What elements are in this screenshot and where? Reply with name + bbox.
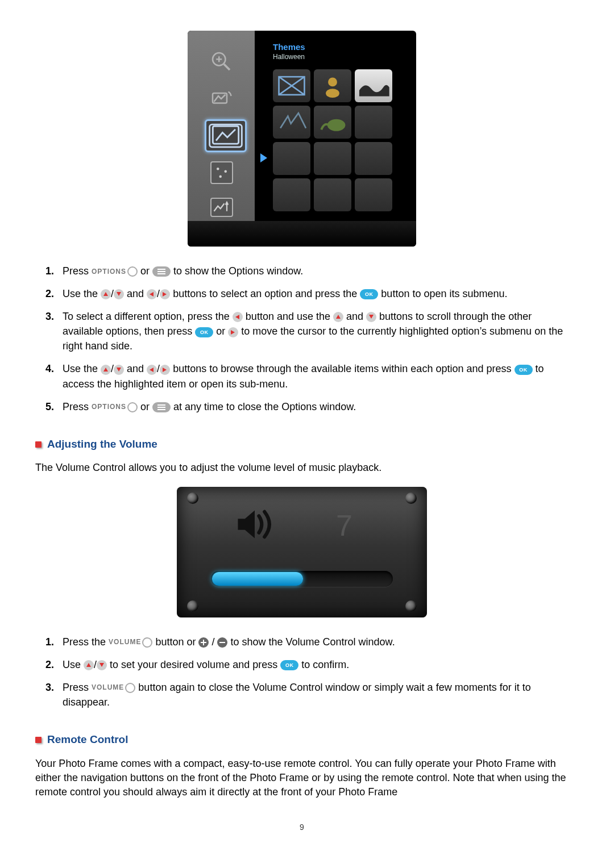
sparkle-icon	[210, 161, 233, 184]
theme-thumb	[273, 106, 310, 139]
right-button-icon	[228, 327, 238, 337]
transition-icon	[210, 198, 233, 217]
menu-button-icon	[152, 266, 171, 277]
speaker-icon	[234, 506, 276, 554]
svg-point-8	[225, 170, 227, 173]
step-item: Press OPTIONS or to show the Options win…	[57, 264, 569, 278]
left-button-icon	[233, 312, 243, 322]
theme-thumb	[355, 178, 392, 211]
step-item: Use / to set your desired volume and pre…	[57, 657, 569, 672]
right-button-icon	[160, 289, 170, 299]
volume-value: 7	[336, 505, 352, 546]
section-volume-heading: Adjusting the Volume	[35, 437, 569, 452]
theme-thumb	[273, 178, 310, 211]
button-ring-icon	[127, 266, 138, 277]
step-item: Use the / and / buttons to select an opt…	[57, 286, 569, 301]
theme-thumb	[273, 142, 310, 175]
theme-thumb	[355, 106, 392, 139]
theme-thumb	[273, 69, 310, 102]
section-title: Adjusting the Volume	[47, 437, 157, 452]
themes-title: Themes	[273, 41, 305, 53]
screw-icon	[405, 600, 417, 612]
svg-point-7	[217, 168, 219, 170]
step-item: Press OPTIONS or at any time to close th…	[57, 399, 569, 414]
themes-screenshot: Themes Halloween	[188, 31, 416, 247]
red-bullet-icon	[35, 441, 42, 448]
volume-plus-button-icon	[198, 637, 209, 648]
remote-paragraph: Your Photo Frame comes with a compact, e…	[35, 757, 569, 800]
down-button-icon	[114, 365, 124, 375]
menu-button-icon	[152, 402, 171, 412]
right-button-icon	[160, 365, 170, 375]
button-label: OPTIONS	[92, 267, 126, 277]
volume-minus-button-icon	[217, 637, 227, 648]
theme-thumb	[355, 69, 392, 102]
volume-fill	[212, 572, 303, 586]
ok-button-icon: OK	[360, 289, 378, 299]
svg-line-1	[224, 64, 230, 70]
screw-icon	[405, 493, 417, 504]
volume-intro: The Volume Control allows you to adjust …	[35, 461, 569, 475]
section-remote-heading: Remote Control	[35, 732, 569, 748]
theme-thumb	[314, 69, 351, 102]
options-steps: Press OPTIONS or to show the Options win…	[47, 264, 569, 414]
up-button-icon	[101, 365, 111, 375]
themes-sidebar	[188, 31, 255, 247]
step-item: Press the VOLUME button or / to show the…	[57, 635, 569, 649]
button-ring-icon	[125, 683, 135, 693]
theme-thumb	[314, 142, 351, 175]
svg-point-9	[219, 176, 222, 178]
screw-icon	[187, 493, 198, 504]
page-number: 9	[35, 822, 569, 833]
step-item: Use the / and / buttons to browse throug…	[57, 361, 569, 391]
ok-button-icon: OK	[280, 660, 298, 670]
volume-screenshot: 7	[177, 487, 427, 617]
themes-grid	[273, 69, 392, 211]
themes-subtitle: Halloween	[273, 52, 305, 62]
theme-thumb	[355, 142, 392, 175]
button-label: VOLUME	[92, 683, 124, 692]
volume-steps: Press the VOLUME button or / to show the…	[47, 635, 569, 710]
up-button-icon	[84, 660, 94, 670]
left-button-icon	[147, 365, 157, 375]
ok-button-icon: OK	[195, 327, 213, 337]
svg-point-14	[328, 77, 337, 86]
button-label: VOLUME	[109, 637, 141, 647]
down-button-icon	[366, 312, 376, 322]
up-button-icon	[333, 312, 343, 322]
left-button-icon	[147, 289, 157, 299]
section-title: Remote Control	[47, 732, 128, 748]
button-ring-icon	[142, 637, 152, 648]
theme-thumb	[314, 178, 351, 211]
down-button-icon	[97, 660, 107, 670]
screw-icon	[187, 600, 198, 612]
step-item: Press VOLUME button again to close the V…	[57, 680, 569, 710]
manual-page: Themes Halloween	[0, 0, 614, 856]
ok-button-icon: OK	[515, 365, 533, 375]
red-bullet-icon	[35, 737, 42, 743]
svg-point-16	[327, 119, 346, 131]
theme-thumb	[314, 106, 351, 139]
themes-icon	[205, 119, 247, 152]
button-ring-icon	[127, 402, 138, 412]
svg-point-15	[326, 89, 339, 98]
selection-arrow-icon	[260, 153, 267, 162]
up-button-icon	[101, 289, 111, 299]
button-label: OPTIONS	[92, 402, 126, 412]
image-rotate-icon	[210, 87, 233, 110]
magnifier-icon	[210, 50, 233, 73]
down-button-icon	[114, 289, 124, 299]
step-item: To select a different option, press the …	[57, 309, 569, 353]
